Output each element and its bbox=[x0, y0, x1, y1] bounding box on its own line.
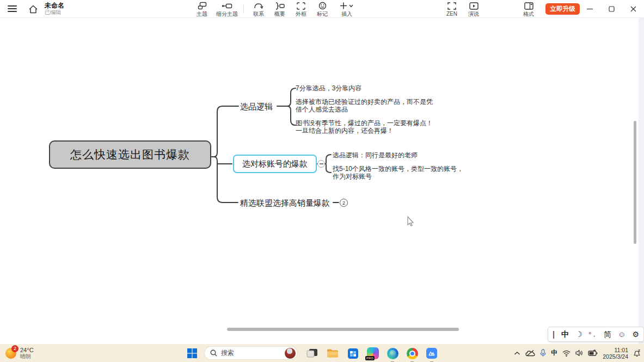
onedrive-paused-icon[interactable] bbox=[525, 349, 535, 357]
taskbar: 2 24°C 晴朗 搜索 PRO bbox=[0, 344, 644, 362]
tray-ime-mode[interactable]: 中 bbox=[551, 348, 557, 358]
mindmap-branch-topic[interactable]: 选品逻辑 bbox=[240, 102, 273, 112]
chrome-browser-button[interactable] bbox=[406, 347, 419, 360]
upgrade-button[interactable]: 立即升级 bbox=[545, 3, 580, 15]
weather-widget[interactable]: 2 24°C 晴朗 bbox=[5, 344, 34, 362]
vertical-scrollbar[interactable] bbox=[634, 121, 636, 244]
taskbar-clock[interactable]: 11:01 2025/3/24 bbox=[603, 347, 628, 360]
weather-sun-icon: 2 bbox=[5, 348, 16, 359]
system-tray: 中 11:01 2025/3/24 bbox=[514, 344, 641, 362]
speaker-icon[interactable] bbox=[575, 349, 583, 357]
mindmap-root-topic[interactable]: 怎么快速选出图书爆款 bbox=[49, 140, 211, 169]
present-icon bbox=[459, 1, 488, 10]
menu-icon[interactable] bbox=[8, 5, 17, 13]
collapsed-children-badge[interactable]: 2 bbox=[340, 199, 348, 207]
mindmap-subtopic[interactable]: 选择被市场已经验证过的好卖的产品，而不是凭借个人感觉去选品 bbox=[296, 98, 435, 113]
present-button[interactable]: 演说 bbox=[459, 1, 488, 17]
copilot-button[interactable]: PRO bbox=[366, 347, 379, 360]
weather-temperature: 24°C bbox=[20, 347, 34, 353]
insert-icon bbox=[333, 1, 361, 10]
horizontal-scrollbar[interactable] bbox=[227, 328, 459, 331]
copilot-pro-badge: PRO bbox=[365, 356, 375, 360]
close-button[interactable] bbox=[622, 0, 644, 17]
search-highlight-avatar bbox=[285, 348, 296, 359]
mindmap-subtopic[interactable]: 找5-10个风格一致的账号，类型一致的账号，作为对标账号 bbox=[333, 165, 470, 180]
ime-emoji-icon[interactable]: ☺ bbox=[618, 327, 625, 341]
clock-time: 11:01 bbox=[603, 347, 628, 353]
topic-button[interactable]: 主题 bbox=[188, 1, 216, 17]
minimize-button[interactable] bbox=[579, 0, 600, 17]
battery-icon[interactable] bbox=[588, 349, 598, 357]
microsoft-store-button[interactable] bbox=[346, 347, 359, 360]
edge-browser-button[interactable] bbox=[386, 347, 399, 360]
task-view-button[interactable] bbox=[305, 347, 318, 360]
document-status: 已编辑 bbox=[45, 9, 64, 16]
weather-badge: 2 bbox=[11, 345, 19, 352]
insert-button[interactable]: 插入 bbox=[333, 1, 361, 17]
notification-bell-icon[interactable] bbox=[633, 349, 641, 357]
search-label: 搜索 bbox=[221, 348, 285, 358]
weather-condition: 晴朗 bbox=[20, 353, 34, 360]
document-title-block[interactable]: 未命名 已编辑 bbox=[45, 2, 64, 16]
home-icon[interactable] bbox=[28, 4, 38, 14]
mindmap-subtopic[interactable]: 选品逻辑：同行是最好的老师 bbox=[333, 151, 418, 159]
canvas-right-edge bbox=[639, 18, 644, 344]
ime-simplified-toggle[interactable]: 简 bbox=[604, 327, 611, 341]
file-explorer-button[interactable] bbox=[326, 347, 339, 360]
topic-icon bbox=[188, 1, 216, 10]
mindmap-subtopic[interactable]: 图书没有季节性，爆过的产品，一定要有爆点！一旦结合上新的内容，还会再爆！ bbox=[296, 119, 436, 134]
mindmap-subtopic[interactable]: 7分靠选品，3分靠内容 bbox=[296, 84, 361, 92]
quark-app-button[interactable] bbox=[425, 347, 438, 360]
ime-settings-gear-icon[interactable]: ⚙ bbox=[632, 327, 639, 341]
maximize-button[interactable] bbox=[600, 0, 622, 17]
format-button[interactable]: 格式 bbox=[514, 1, 543, 17]
collapse-toggle-icon[interactable] bbox=[317, 160, 325, 168]
subtopic-button[interactable]: 细分主题 bbox=[213, 1, 241, 17]
mindmap-branch-topic[interactable]: 精选联盟选择高销量爆款 bbox=[240, 198, 330, 208]
mindmap-canvas[interactable] bbox=[0, 18, 644, 344]
document-title: 未命名 bbox=[45, 2, 64, 9]
titlebar: 未命名 已编辑 主题 细分主题 联系 概要 外框 标记 bbox=[0, 0, 644, 18]
taskbar-search-box[interactable]: 搜索 bbox=[204, 346, 298, 360]
subtopic-icon bbox=[213, 1, 241, 10]
clock-date: 2025/3/24 bbox=[603, 353, 628, 360]
ime-halfwidth-moon-icon[interactable]: ☽ bbox=[575, 327, 582, 341]
toolbar-divider bbox=[243, 4, 244, 14]
ime-mode-chinese[interactable]: 中 bbox=[561, 327, 569, 341]
ime-caret-icon[interactable]: | bbox=[553, 327, 555, 341]
microphone-icon[interactable] bbox=[540, 349, 546, 357]
app-window: 未命名 已编辑 主题 细分主题 联系 概要 外框 标记 bbox=[0, 0, 644, 362]
ime-toolbar: | 中 ☽ °， 简 ☺ ⚙ bbox=[548, 327, 644, 342]
wifi-icon[interactable] bbox=[562, 350, 571, 357]
mindmap-branch-topic-selected[interactable]: 选对标账号的爆款 bbox=[233, 155, 317, 173]
start-button[interactable] bbox=[186, 347, 199, 360]
ime-punctuation-icon[interactable]: °， bbox=[589, 327, 597, 341]
search-icon bbox=[210, 349, 217, 357]
tray-chevron-up-icon[interactable] bbox=[514, 351, 520, 355]
format-icon bbox=[514, 1, 543, 10]
